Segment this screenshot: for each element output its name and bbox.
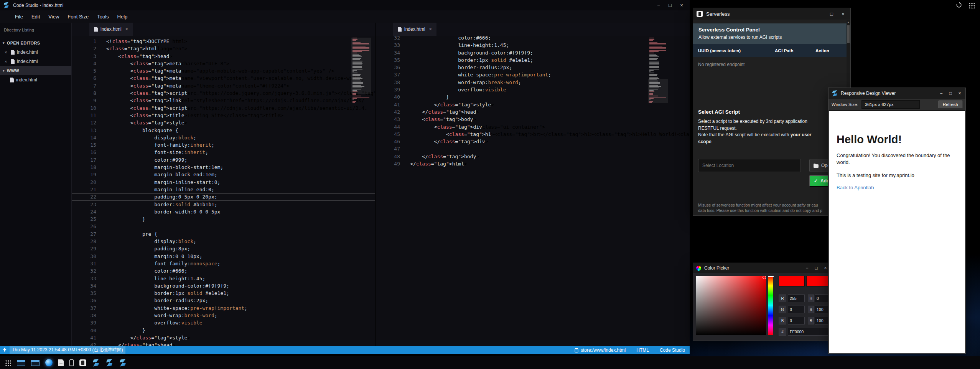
code-line[interactable]: 47 xyxy=(376,145,690,152)
code-line[interactable]: 41 </class="tag">style> xyxy=(72,334,375,341)
close-button[interactable]: × xyxy=(837,11,849,17)
code-line[interactable]: 3 <class="tag">head> xyxy=(72,53,375,60)
minimize-button[interactable]: − xyxy=(814,11,826,17)
app-launcher-icon[interactable] xyxy=(5,359,11,366)
hue-slider-handle[interactable] xyxy=(768,276,774,277)
code-line[interactable]: 40 } xyxy=(72,327,375,334)
hue-slider[interactable] xyxy=(768,276,773,335)
code-line[interactable]: 43 <class="tag">body> xyxy=(376,116,690,123)
code-line[interactable]: 1<!class="tag">DOCTYPE html> xyxy=(72,38,375,45)
section-open-editors[interactable]: ▾ OPEN EDITORS xyxy=(0,38,71,48)
code-line[interactable]: 35 border:1px solid #e1e1e1; xyxy=(376,56,690,64)
code-line[interactable]: 32 color:#666; xyxy=(376,36,690,41)
code-line[interactable]: 38 word-wrap:break-word; xyxy=(376,79,690,86)
code-line[interactable]: 45 <class="tag">h1><class="tag">br></cla… xyxy=(376,131,690,138)
menu-help[interactable]: Help xyxy=(113,14,132,20)
code-line[interactable]: 2<class="tag">html lang="en"> xyxy=(72,45,375,52)
code-line[interactable]: 34 background-color:#f9f9f9; xyxy=(376,49,690,56)
code-line[interactable]: 38 word-wrap:break-word; xyxy=(72,312,375,319)
close-button[interactable]: × xyxy=(955,91,964,96)
menu-edit[interactable]: Edit xyxy=(27,14,44,20)
code-line[interactable]: 36 border-radius:2px; xyxy=(72,297,375,304)
tab-index-html[interactable]: index.html × xyxy=(89,23,133,36)
code-line[interactable]: 24 border-width:0 0 0 5px xyxy=(72,208,375,215)
code-studio-taskbar-icon[interactable] xyxy=(119,359,127,367)
minimize-button[interactable]: − xyxy=(802,265,812,271)
code-studio-taskbar-icon[interactable] xyxy=(92,359,100,367)
agi-script-location-input[interactable] xyxy=(698,159,801,172)
code-line[interactable]: 39 overflow:visible xyxy=(376,86,690,93)
window-size-input[interactable] xyxy=(861,100,920,109)
code-line[interactable]: 10 <class="tag">script src="https://cdnj… xyxy=(72,104,375,112)
code-line[interactable]: 21 margin-inline-end:0; xyxy=(72,186,375,193)
device-emulator-icon[interactable] xyxy=(69,359,74,366)
code-line[interactable]: 39 overflow:visible xyxy=(72,319,375,326)
code-line[interactable]: 33 line-height:1.45; xyxy=(72,275,375,282)
serverless-titlebar[interactable]: Serverless − □ × xyxy=(693,8,850,20)
previous-color-swatch[interactable] xyxy=(806,276,831,286)
remote-icon[interactable] xyxy=(3,347,7,353)
minimap[interactable] xyxy=(352,38,370,104)
color-picker-titlebar[interactable]: Color Picker − □ × xyxy=(693,263,831,273)
section-www[interactable]: ▾ WWW xyxy=(0,66,71,75)
language-status[interactable]: HTML xyxy=(636,347,649,353)
maximize-button[interactable]: □ xyxy=(826,11,837,17)
serverless-app-icon[interactable] xyxy=(79,359,86,366)
tab-index-html[interactable]: index.html × xyxy=(393,23,436,36)
code-line[interactable]: 36 border-radius:2px; xyxy=(376,64,690,71)
code-line[interactable]: 17 color:#999; xyxy=(72,156,375,164)
code-studio-taskbar-icon[interactable] xyxy=(105,359,113,367)
code-line[interactable]: 46 </class="tag">div> xyxy=(376,138,690,145)
open-editor-item[interactable]: × index.html xyxy=(0,48,71,57)
code-line[interactable]: 26 xyxy=(72,223,375,230)
file-manager-icon[interactable] xyxy=(17,360,25,366)
code-line[interactable]: 4 <class="tag">meta charset="UTF-8"> xyxy=(72,60,375,67)
back-to-aprintlab-link[interactable]: Back to Aprintlab xyxy=(837,185,874,190)
close-icon[interactable]: × xyxy=(429,26,432,32)
scroll-up-icon[interactable]: ▲ xyxy=(847,20,850,23)
close-icon[interactable]: × xyxy=(125,26,128,32)
code-line[interactable]: 32 color:#666; xyxy=(72,267,375,275)
maximize-button[interactable]: □ xyxy=(812,265,821,271)
maximize-button[interactable]: □ xyxy=(946,91,955,96)
code-line[interactable]: 31 font-family:monospace; xyxy=(72,260,375,267)
code-line[interactable]: 15 font-family:inherit; xyxy=(72,141,375,149)
menu-tools[interactable]: Tools xyxy=(93,14,113,20)
code-line[interactable]: 20 margin-inline-start:0; xyxy=(72,179,375,186)
code-line[interactable]: 7 <class="tag">meta name="theme-color" c… xyxy=(72,82,375,89)
close-icon[interactable]: × xyxy=(5,59,8,64)
saturation-brightness-field[interactable] xyxy=(696,276,766,335)
scrollbar-thumb[interactable] xyxy=(847,25,850,43)
code-line[interactable]: 49</class="tag">html> xyxy=(376,160,690,167)
close-button[interactable]: × xyxy=(676,2,687,8)
open-editor-item[interactable]: × index.html xyxy=(0,57,71,66)
code-line[interactable]: 37 white-space:pre-wrap!important; xyxy=(72,304,375,312)
code-line[interactable]: 40 } xyxy=(376,93,690,101)
minimap-viewport[interactable] xyxy=(351,38,371,94)
code-line[interactable]: 35 border:1px solid #e1e1e1; xyxy=(72,290,375,297)
menu-file[interactable]: File xyxy=(11,14,27,20)
code-line[interactable]: 42 </class="tag">head> xyxy=(72,341,375,346)
code-line[interactable]: 19 margin-block-end:1em; xyxy=(72,171,375,178)
code-line[interactable]: 42 </class="tag">head> xyxy=(376,108,690,116)
code-line[interactable]: 8 <class="tag">script src="https://code.… xyxy=(72,89,375,97)
current-color-swatch[interactable] xyxy=(779,276,805,286)
restore-button[interactable]: □ xyxy=(664,2,676,8)
code-line[interactable]: 27 pre { xyxy=(72,230,375,238)
tree-item-index-html[interactable]: index.html xyxy=(0,75,71,84)
blue-input[interactable] xyxy=(788,317,805,324)
rdv-titlebar[interactable]: Responsive Design Viewer − □ × xyxy=(828,88,965,99)
refresh-icon[interactable] xyxy=(956,2,962,10)
datetime-status[interactable]: Thu May 11 2023 21:54:48 GMT+0800 (台北標準時… xyxy=(10,346,125,354)
terminal-icon[interactable] xyxy=(31,360,40,366)
code-line[interactable]: 37 white-space:pre-wrap!important; xyxy=(376,71,690,78)
minimize-button[interactable]: − xyxy=(937,91,946,96)
code-line[interactable]: 11 <class="tag">title>Testing Site</clas… xyxy=(72,112,375,119)
code-line[interactable]: 9 <class="tag">link rel="stylesheet" hre… xyxy=(72,97,375,104)
code-editor[interactable]: 1<!class="tag">DOCTYPE html>2<class="tag… xyxy=(72,36,375,346)
app-name-status[interactable]: Code Studio xyxy=(660,347,685,353)
code-line[interactable]: 48 </class="tag">body> xyxy=(376,153,690,160)
code-line[interactable]: 34 background-color:#f9f9f9; xyxy=(72,282,375,290)
code-line[interactable]: 41 </class="tag">style> xyxy=(376,101,690,108)
code-editor[interactable]: 32 color:#666;33 line-height:1.45;34 bac… xyxy=(376,36,690,346)
